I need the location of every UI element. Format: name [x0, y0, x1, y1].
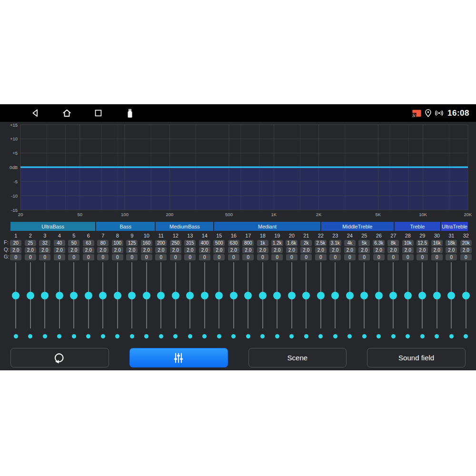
- frequency-value-20[interactable]: 1.6k: [286, 240, 298, 246]
- gain-value-29[interactable]: 0: [416, 254, 428, 260]
- q-value-2[interactable]: 2.0: [25, 247, 36, 253]
- q-value-17[interactable]: 2.0: [242, 247, 254, 253]
- band-group-middletreble[interactable]: MiddleTreble: [321, 222, 394, 231]
- frequency-value-22[interactable]: 2.5k: [315, 240, 327, 246]
- gain-value-7[interactable]: 0: [97, 254, 109, 260]
- q-value-27[interactable]: 2.0: [387, 247, 399, 253]
- slider-knob[interactable]: [389, 292, 397, 299]
- frequency-value-4[interactable]: 40: [54, 240, 65, 246]
- frequency-value-25[interactable]: 5k: [358, 240, 370, 246]
- frequency-value-16[interactable]: 630: [228, 240, 239, 246]
- q-value-11[interactable]: 2.0: [155, 247, 167, 253]
- q-value-24[interactable]: 2.0: [344, 247, 356, 253]
- q-value-13[interactable]: 2.0: [184, 247, 196, 253]
- frequency-value-14[interactable]: 400: [199, 240, 210, 246]
- gain-value-4[interactable]: 0: [54, 254, 65, 260]
- band-indicator-dot[interactable]: [449, 334, 454, 338]
- q-value-21[interactable]: 2.0: [300, 247, 312, 253]
- q-value-4[interactable]: 2.0: [54, 247, 65, 253]
- q-value-15[interactable]: 2.0: [213, 247, 225, 253]
- q-value-18[interactable]: 2.0: [257, 247, 268, 253]
- band-indicator-dot[interactable]: [406, 334, 410, 338]
- band-indicator-dot[interactable]: [377, 334, 381, 338]
- sound-field-button[interactable]: Sound field: [367, 348, 466, 367]
- gain-value-27[interactable]: 0: [387, 254, 399, 260]
- q-value-3[interactable]: 2.0: [39, 247, 50, 253]
- frequency-value-10[interactable]: 160: [141, 240, 152, 246]
- reset-button[interactable]: [10, 348, 109, 367]
- band-indicator-dot[interactable]: [43, 334, 47, 338]
- scene-button[interactable]: Scene: [248, 348, 347, 367]
- frequency-value-24[interactable]: 4k: [344, 240, 356, 246]
- frequency-value-27[interactable]: 8k: [387, 240, 399, 246]
- q-value-32[interactable]: 2.0: [460, 247, 472, 253]
- band-group-ultratreble[interactable]: UltraTreble: [441, 222, 468, 231]
- home-button[interactable]: [62, 108, 72, 118]
- slider-knob[interactable]: [346, 292, 354, 299]
- slider-knob[interactable]: [418, 292, 426, 299]
- gain-value-32[interactable]: 0: [460, 254, 472, 260]
- frequency-value-8[interactable]: 100: [112, 240, 123, 246]
- band-indicator-dot[interactable]: [275, 334, 279, 338]
- frequency-value-11[interactable]: 200: [155, 240, 167, 246]
- q-value-26[interactable]: 2.0: [373, 247, 385, 253]
- gain-value-16[interactable]: 0: [228, 254, 239, 260]
- slider-knob[interactable]: [317, 292, 325, 299]
- gain-value-28[interactable]: 0: [402, 254, 414, 260]
- band-indicator-dot[interactable]: [260, 334, 265, 338]
- band-indicator-dot[interactable]: [57, 334, 61, 338]
- gain-value-30[interactable]: 0: [431, 254, 443, 260]
- gain-value-22[interactable]: 0: [315, 254, 327, 260]
- gain-value-13[interactable]: 0: [184, 254, 196, 260]
- q-value-20[interactable]: 2.0: [286, 247, 298, 253]
- band-indicator-dot[interactable]: [72, 334, 76, 338]
- slider-knob[interactable]: [259, 292, 267, 299]
- band-indicator-dot[interactable]: [144, 334, 149, 338]
- slider-knob[interactable]: [331, 292, 339, 299]
- gain-value-14[interactable]: 0: [199, 254, 210, 260]
- band-indicator-dot[interactable]: [28, 334, 32, 338]
- slider-knob[interactable]: [462, 292, 470, 299]
- band-indicator-dot[interactable]: [101, 334, 105, 338]
- q-value-23[interactable]: 2.0: [329, 247, 341, 253]
- band-indicator-dot[interactable]: [420, 334, 425, 338]
- band-indicator-dot[interactable]: [435, 334, 439, 338]
- q-value-14[interactable]: 2.0: [199, 247, 210, 253]
- gain-value-9[interactable]: 0: [126, 254, 138, 260]
- gain-value-31[interactable]: 0: [446, 254, 457, 260]
- band-indicator-dot[interactable]: [318, 334, 323, 338]
- q-value-19[interactable]: 2.0: [271, 247, 283, 253]
- band-group-mediant[interactable]: Mediant: [214, 222, 320, 231]
- equalizer-button[interactable]: [129, 348, 228, 367]
- band-indicator-dot[interactable]: [333, 334, 337, 338]
- frequency-value-7[interactable]: 80: [97, 240, 109, 246]
- slider-knob[interactable]: [230, 292, 238, 299]
- frequency-value-5[interactable]: 50: [68, 240, 79, 246]
- gain-value-12[interactable]: 0: [170, 254, 181, 260]
- gain-value-23[interactable]: 0: [329, 254, 341, 260]
- gain-value-1[interactable]: 0: [10, 254, 21, 260]
- gain-value-10[interactable]: 0: [141, 254, 152, 260]
- q-value-12[interactable]: 2.0: [170, 247, 181, 253]
- frequency-value-23[interactable]: 3.1k: [329, 240, 341, 246]
- slider-knob[interactable]: [27, 292, 34, 299]
- gain-value-3[interactable]: 0: [39, 254, 50, 260]
- slider-knob[interactable]: [447, 292, 455, 299]
- frequency-value-18[interactable]: 1k: [257, 240, 268, 246]
- q-value-31[interactable]: 2.0: [446, 247, 457, 253]
- gain-value-24[interactable]: 0: [344, 254, 356, 260]
- band-indicator-dot[interactable]: [86, 334, 90, 338]
- slider-knob[interactable]: [201, 292, 208, 299]
- gain-value-26[interactable]: 0: [373, 254, 385, 260]
- gain-value-2[interactable]: 0: [25, 254, 36, 260]
- band-indicator-dot[interactable]: [362, 334, 367, 338]
- gain-value-20[interactable]: 0: [286, 254, 298, 260]
- band-indicator-dot[interactable]: [188, 334, 192, 338]
- band-indicator-dot[interactable]: [289, 334, 294, 338]
- slider-knob[interactable]: [404, 292, 412, 299]
- back-button[interactable]: [30, 108, 40, 118]
- q-value-6[interactable]: 2.0: [83, 247, 94, 253]
- slider-knob[interactable]: [215, 292, 223, 299]
- q-value-16[interactable]: 2.0: [228, 247, 239, 253]
- band-indicator-dot[interactable]: [130, 334, 134, 338]
